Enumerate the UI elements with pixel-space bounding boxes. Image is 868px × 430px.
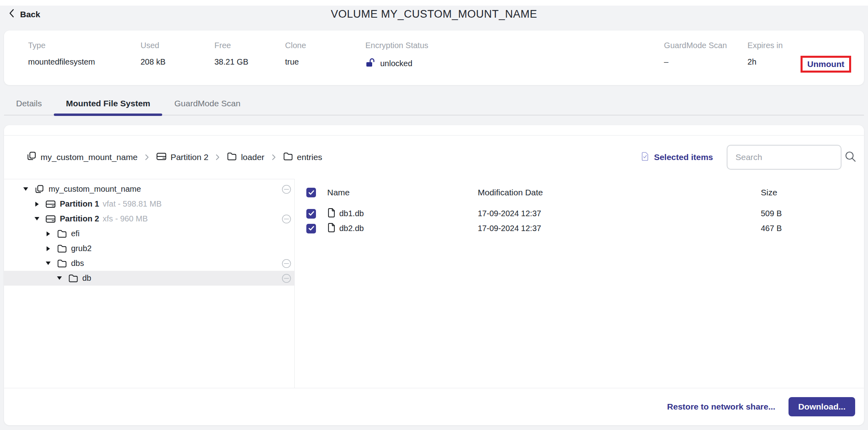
folder-icon [57,229,67,238]
breadcrumb-item-volume[interactable]: my_custom_mount_name [26,151,138,163]
partition-icon [45,214,56,224]
tree-item-my-custom-mount-name[interactable]: my_custom_mount_name [4,182,294,197]
file-table: Name Modification Date Size db1.db 17-09… [295,179,864,388]
table-row-db1[interactable]: db1.db 17-09-2024 12:37 509 B [295,206,864,221]
partition-icon [156,152,167,163]
file-icon [327,223,336,235]
browser-content: my_custom_mount_name Partition 1 vfat - … [4,179,864,388]
unlock-icon [365,57,376,70]
collapse-icon[interactable] [282,259,291,268]
info-field-encryption-status: Encryption Status unlocked [365,41,664,70]
restore-to-network-share-button[interactable]: Restore to network share... [667,402,776,412]
page-title: VOLUME MY_CUSTOM_MOUNT_NAME [0,8,868,20]
search-box [727,145,842,170]
folder-icon [57,244,67,253]
tree-item-efi[interactable]: efi [4,226,294,241]
collapse-icon[interactable] [282,214,291,223]
top-strip [0,0,868,6]
tree-item-partition-1[interactable]: Partition 1 vfat - 598.81 MB [4,197,294,211]
breadcrumb: my_custom_mount_name Partition 2 loader [26,151,641,163]
volume-info-card: Type mountedfilesystem Used 208 kB Free … [4,30,864,85]
tab-mounted-file-system[interactable]: Mounted File System [54,92,162,115]
tree-item-dbs[interactable]: dbs [4,256,294,271]
collapse-icon[interactable] [282,274,291,283]
caret-down-icon[interactable] [34,217,40,221]
folder-icon [68,274,78,283]
search-input[interactable] [736,152,844,162]
row-checkbox[interactable] [306,209,316,219]
collapse-icon[interactable] [282,185,291,194]
file-modified: 17-09-2024 12:37 [478,224,761,233]
file-icon [327,208,336,220]
clone-icon [26,151,37,163]
actions-footer: Restore to network share... Download... [4,388,864,425]
breadcrumb-item-loader[interactable]: loader [227,152,264,163]
column-header-name[interactable]: Name [327,188,478,197]
info-field-expires-in: Expires in 2h [748,41,796,67]
search-icon[interactable] [844,150,856,164]
tree-item-grub2[interactable]: grub2 [4,241,294,256]
file-modified: 17-09-2024 12:37 [478,209,761,218]
tabs-bar: Details Mounted File System GuardMode Sc… [4,92,864,116]
chevron-right-icon [216,154,220,160]
tree-item-db[interactable]: db [4,271,294,286]
download-button[interactable]: Download... [789,397,855,416]
info-field-free: Free 38.21 GB [214,41,285,67]
info-field-used: Used 208 kB [141,41,214,67]
partition-icon [45,199,56,209]
chevron-right-icon [145,154,149,160]
caret-down-icon[interactable] [23,187,29,191]
select-all-checkbox[interactable] [306,188,316,197]
caret-down-icon[interactable] [45,262,51,265]
card-top-strip [4,125,864,136]
file-name: db1.db [339,209,364,218]
doc-check-icon [641,152,649,163]
file-browser-card: my_custom_mount_name Partition 2 loader [4,125,864,425]
selected-items-button[interactable]: Selected items [641,152,713,163]
unmount-highlight-box: Unmount [801,56,851,73]
info-field-guardmode-scan: GuardMode Scan – [664,41,748,67]
caret-right-icon[interactable] [45,231,51,236]
page-header: Back VOLUME MY_CUSTOM_MOUNT_NAME [0,6,868,26]
breadcrumb-item-partition-2[interactable]: Partition 2 [156,152,209,163]
info-field-clone: Clone true [285,41,365,67]
file-name: db2.db [339,224,364,233]
unmount-button[interactable]: Unmount [807,59,844,69]
clone-icon [34,185,45,194]
folder-icon [57,259,67,268]
caret-right-icon[interactable] [34,202,40,207]
table-header-row: Name Modification Date Size [295,184,864,201]
file-tree: my_custom_mount_name Partition 1 vfat - … [4,179,295,388]
tree-item-partition-2[interactable]: Partition 2 xfs - 960 MB [4,211,294,226]
file-size: 467 B [761,224,864,233]
toolbar-right: Selected items [641,145,842,170]
table-row-db2[interactable]: db2.db 17-09-2024 12:37 467 B [295,221,864,236]
chevron-right-icon [272,154,276,160]
breadcrumb-toolbar-row: my_custom_mount_name Partition 2 loader [4,136,864,179]
caret-down-icon[interactable] [57,276,62,280]
folder-icon [283,152,293,163]
tab-guardmode-scan[interactable]: GuardMode Scan [162,92,253,115]
row-checkbox[interactable] [306,224,316,233]
tab-details[interactable]: Details [4,92,54,115]
column-header-size[interactable]: Size [761,188,864,197]
caret-right-icon[interactable] [45,246,51,251]
column-header-modification-date[interactable]: Modification Date [478,188,761,197]
file-size: 509 B [761,209,864,218]
info-field-type: Type mountedfilesystem [28,41,141,67]
folder-icon [227,152,237,163]
breadcrumb-item-entries[interactable]: entries [283,152,322,163]
